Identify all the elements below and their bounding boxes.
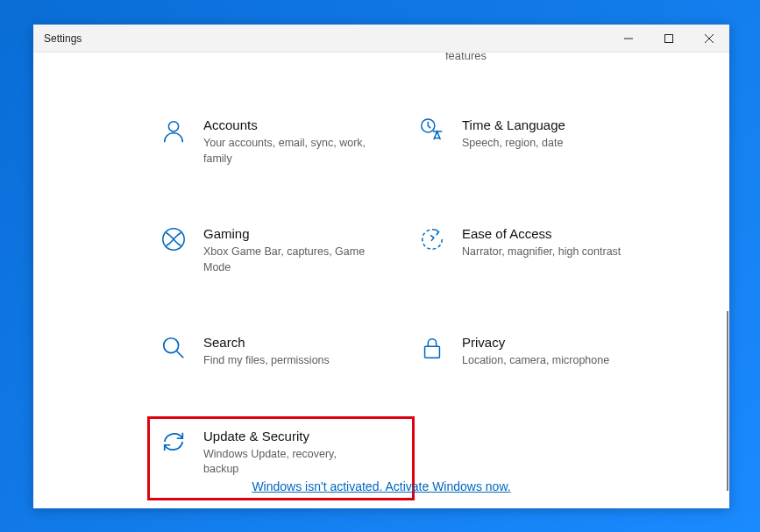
- scrollbar-thumb[interactable]: [727, 311, 728, 491]
- tile-desc: Location, camera, microphone: [462, 353, 609, 369]
- svg-rect-9: [425, 346, 440, 358]
- tile-desc: Narrator, magnifier, high contrast: [462, 245, 621, 260]
- titlebar: Settings: [33, 25, 729, 53]
- tile-desc: Speech, region, date: [462, 136, 565, 152]
- tile-title: Privacy: [462, 335, 609, 350]
- tile-title: Ease of Access: [462, 226, 621, 241]
- search-icon: [160, 335, 188, 363]
- tile-privacy[interactable]: Privacy Location, camera, microphone: [415, 331, 664, 372]
- tile-search[interactable]: Search Find my files, permissions: [156, 331, 406, 372]
- maximize-button[interactable]: [649, 25, 689, 52]
- svg-point-4: [168, 122, 178, 131]
- tile-desc: Xbox Game Bar, captures, Game Mode: [203, 245, 370, 275]
- minimize-icon: [624, 34, 633, 43]
- settings-content: features Accounts Your accounts, email, …: [33, 53, 729, 508]
- time-language-icon: [418, 117, 446, 145]
- tile-title: Gaming: [203, 226, 370, 241]
- window-title: Settings: [44, 32, 82, 45]
- gaming-icon: [160, 226, 188, 254]
- update-security-icon: [160, 429, 188, 457]
- svg-line-8: [177, 351, 184, 358]
- close-button[interactable]: [689, 25, 729, 52]
- tile-ease-of-access[interactable]: Ease of Access Narrator, magnifier, high…: [415, 223, 664, 279]
- tile-title: Accounts: [203, 117, 370, 132]
- tile-time-language[interactable]: Time & Language Speech, region, date: [415, 114, 664, 170]
- window-controls: [608, 25, 729, 52]
- minimize-button[interactable]: [608, 25, 649, 52]
- svg-point-7: [164, 338, 179, 353]
- tile-title: Update & Security: [203, 429, 370, 443]
- settings-grid: Accounts Your accounts, email, sync, wor…: [156, 114, 664, 492]
- activate-windows-link[interactable]: Windows isn't activated. Activate Window…: [252, 479, 510, 493]
- svg-rect-1: [665, 34, 673, 42]
- settings-window: Settings features: [33, 25, 729, 508]
- close-icon: [705, 34, 714, 43]
- tile-desc: Your accounts, email, sync, work, family: [203, 136, 370, 167]
- tile-title: Time & Language: [462, 117, 565, 132]
- activation-bar: Windows isn't activated. Activate Window…: [33, 479, 729, 494]
- tile-accounts[interactable]: Accounts Your accounts, email, sync, wor…: [156, 114, 406, 170]
- tile-desc: Windows Update, recovery, backup: [203, 447, 370, 478]
- maximize-icon: [664, 34, 673, 43]
- ease-of-access-icon: [418, 226, 446, 254]
- accounts-icon: [160, 117, 188, 145]
- privacy-icon: [418, 335, 446, 363]
- tile-title: Search: [203, 335, 330, 350]
- tile-gaming[interactable]: Gaming Xbox Game Bar, captures, Game Mod…: [156, 223, 406, 279]
- partial-tile-desc: features: [445, 53, 487, 62]
- tile-desc: Find my files, permissions: [203, 353, 330, 369]
